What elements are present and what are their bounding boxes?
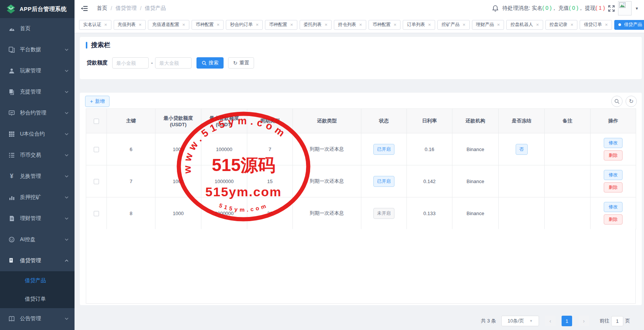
sidebar-item-usdt-contract[interactable]: U本位合约: [0, 124, 75, 145]
breadcrumb-lending-products[interactable]: 借贷产品: [145, 5, 166, 12]
cell-rate: 0.16: [407, 133, 452, 165]
search-button[interactable]: 搜索: [196, 57, 224, 69]
sidebar-item-ai-control[interactable]: AI控盘: [0, 229, 75, 250]
refresh-button[interactable]: ↻: [626, 96, 637, 107]
edit-button[interactable]: 修改: [604, 170, 623, 180]
delete-button[interactable]: 删除: [604, 182, 623, 192]
cell-id: 7: [107, 165, 155, 197]
tab-bizhong-peizhi-3[interactable]: 币种配置×: [368, 20, 401, 30]
close-icon[interactable]: ×: [217, 22, 220, 27]
breadcrumb-home[interactable]: 首页: [97, 5, 107, 12]
close-icon[interactable]: ×: [497, 22, 500, 27]
open-tabs-bar: 实名认证× 充值列表× 充值通道配置× 币种配置× 秒合约订单× 币种配置× 委…: [75, 17, 644, 33]
sidebar-item-lending-products[interactable]: 借贷产品: [0, 271, 75, 290]
delete-button[interactable]: 删除: [604, 214, 623, 225]
cell-max: 1000000: [201, 165, 247, 197]
fullscreen-icon[interactable]: [608, 5, 615, 12]
close-icon[interactable]: ×: [428, 22, 431, 27]
sidebar-item-exchange[interactable]: ¥ 兑换管理: [0, 166, 75, 187]
header-frozen: 是否冻结: [499, 109, 545, 133]
header-max-amount: 最大贷款额度(USDT): [201, 109, 247, 133]
tab-jiedai-dingdan[interactable]: 借贷订单×: [580, 20, 612, 30]
table-row: 6 1000 100000 7 到期一次还本息 已开启 0.16 Binance…: [86, 133, 636, 165]
goto-page-input[interactable]: [611, 316, 623, 326]
select-all-checkbox[interactable]: [94, 119, 99, 124]
close-icon[interactable]: ×: [182, 22, 185, 27]
sidebar-item-deposit-withdraw[interactable]: 充提管理: [0, 81, 75, 102]
data-copy-icon: [8, 46, 15, 53]
tab-chongzhi-liebiao[interactable]: 充值列表×: [114, 20, 146, 30]
close-icon[interactable]: ×: [394, 22, 397, 27]
tab-kongpan-jilu[interactable]: 控盘记录×: [545, 20, 578, 30]
reset-button[interactable]: ↻ 重置: [228, 57, 254, 69]
chevron-down-icon: [65, 90, 69, 94]
close-icon[interactable]: ×: [104, 22, 107, 27]
header-cycle-type: 周期类型: [247, 109, 293, 133]
tab-bizhong-peizhi-2[interactable]: 币种配置×: [265, 20, 297, 30]
sidebar-item-coin-trade[interactable]: 币币交易: [0, 145, 75, 166]
add-button[interactable]: + 新增: [85, 96, 110, 107]
bell-icon[interactable]: [492, 5, 498, 12]
sidebar-item-staking-mining[interactable]: 质押挖矿: [0, 187, 75, 208]
pending-messages: 待处理消息: 实名( 0 )， 充值( 0 )， 提现( 1 ): [502, 5, 605, 12]
close-icon[interactable]: ×: [536, 22, 539, 27]
tab-jiedai-chanpin-active[interactable]: 借贷产品×: [614, 20, 644, 30]
column-search-button[interactable]: [611, 96, 623, 107]
user-menu-caret-icon[interactable]: ▼: [635, 6, 639, 11]
page-size-select[interactable]: 10条/页 ▼: [501, 316, 539, 326]
tab-label: 控盘机器人: [510, 21, 533, 28]
tab-dingdan-liebiao[interactable]: 订单列表×: [403, 20, 435, 30]
collapse-sidebar-icon[interactable]: [81, 6, 88, 11]
tab-wakuang-chanpin[interactable]: 挖矿产品×: [437, 20, 470, 30]
row-checkbox[interactable]: [94, 179, 99, 184]
cell-status: 已开启: [361, 133, 407, 165]
prev-page-button[interactable]: ‹: [545, 316, 556, 326]
row-checkbox[interactable]: [94, 211, 99, 216]
close-icon[interactable]: ×: [571, 22, 574, 27]
breadcrumb-lending[interactable]: 借贷管理: [116, 5, 137, 12]
tab-label: 借贷订单: [584, 21, 602, 28]
min-amount-input[interactable]: [112, 57, 149, 69]
title-accent-bar: [86, 42, 87, 49]
cell-remark: [545, 165, 591, 197]
sidebar-item-wealth-management[interactable]: 理财管理: [0, 208, 75, 229]
edit-button[interactable]: 修改: [604, 138, 623, 148]
close-icon[interactable]: ×: [256, 22, 259, 27]
next-page-button[interactable]: ›: [579, 316, 589, 326]
close-icon[interactable]: ×: [325, 22, 328, 27]
sidebar-item-lending-orders[interactable]: 借贷订单: [0, 290, 75, 308]
tab-shiming-renzheng[interactable]: 实名认证×: [79, 20, 111, 30]
tab-chicang-liebiao[interactable]: 持仓列表×: [334, 20, 366, 30]
cell-actions: 修改 删除: [591, 197, 636, 229]
close-icon[interactable]: ×: [463, 22, 466, 27]
tab-weituo-liebiao[interactable]: 委托列表×: [300, 20, 332, 30]
pending-name: 实名: [532, 5, 542, 11]
sidebar-item-lending[interactable]: 借贷管理: [0, 250, 75, 271]
avatar[interactable]: [618, 1, 632, 15]
close-icon[interactable]: ×: [359, 22, 362, 27]
sidebar-item-seconds-contract[interactable]: 秒合约管理: [0, 102, 75, 124]
max-amount-input[interactable]: [155, 57, 192, 69]
row-checkbox[interactable]: [94, 147, 99, 152]
header-actions: 操作: [591, 109, 636, 133]
close-icon[interactable]: ×: [139, 22, 142, 27]
tab-bizhong-peizhi-1[interactable]: 币种配置×: [192, 20, 224, 30]
edit-button[interactable]: 修改: [604, 202, 623, 212]
chevron-down-icon: [65, 217, 69, 220]
loan-amount-label: 贷款额度: [87, 60, 108, 66]
tab-miaoheyue-dingdan[interactable]: 秒合约订单×: [226, 20, 263, 30]
sidebar-item-player-management[interactable]: 玩家管理: [0, 60, 75, 81]
page-size-value: 10条/页: [508, 318, 524, 324]
sidebar-item-announcements[interactable]: 公告管理: [0, 308, 75, 329]
sidebar-item-platform-data[interactable]: 平台数据: [0, 39, 75, 60]
tab-kongpan-jiqiren[interactable]: 控盘机器人×: [506, 20, 543, 30]
tab-licai-chanpin[interactable]: 理财产品×: [472, 20, 504, 30]
page-1-button[interactable]: 1: [562, 316, 572, 326]
tab-chongzhi-tongdao[interactable]: 充值通道配置×: [148, 20, 189, 30]
header-status: 状态: [361, 109, 407, 133]
sidebar-item-home[interactable]: 首页: [0, 18, 75, 39]
close-icon[interactable]: ×: [605, 22, 608, 27]
delete-button[interactable]: 删除: [604, 150, 623, 160]
close-icon[interactable]: ×: [290, 22, 293, 27]
tab-label: 借贷产品: [624, 21, 642, 28]
